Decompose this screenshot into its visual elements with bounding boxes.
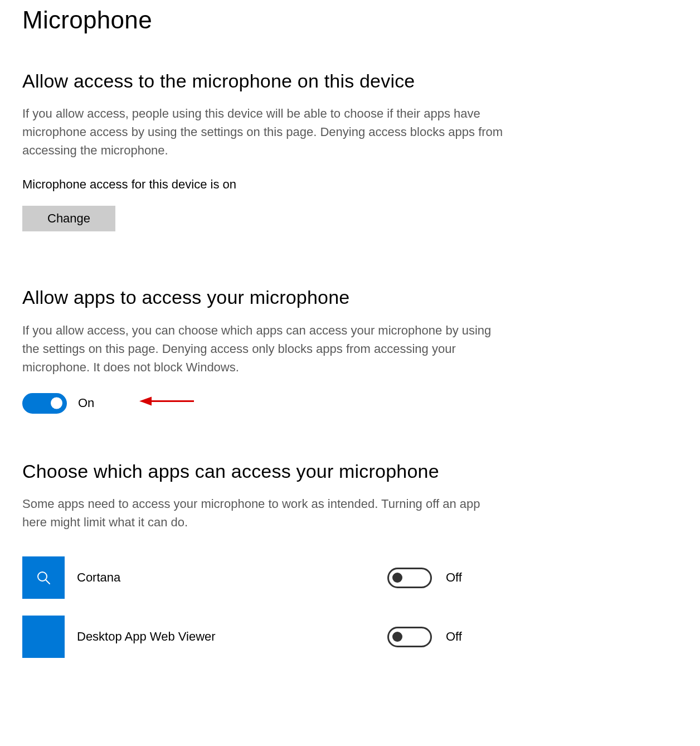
change-button[interactable]: Change — [22, 206, 115, 231]
apps-access-toggle-label: On — [78, 395, 94, 412]
toggle-knob — [392, 573, 402, 583]
svg-line-3 — [46, 580, 50, 584]
apps-access-toggle[interactable] — [22, 393, 67, 414]
app-row-desktop-web-viewer: Desktop App Web Viewer Off — [22, 607, 479, 666]
app-list: Cortana Off Desktop App Web Viewer Off — [22, 548, 479, 666]
cortana-toggle[interactable] — [387, 568, 432, 588]
svg-marker-1 — [139, 396, 152, 405]
section-heading-device-access: Allow access to the microphone on this d… — [22, 68, 678, 95]
arrow-icon — [139, 394, 195, 411]
desktop-app-web-viewer-toggle-label: Off — [446, 628, 479, 646]
cortana-icon — [22, 556, 65, 599]
section-desc-apps-access: If you allow access, you can choose whic… — [22, 321, 507, 376]
cortana-toggle-label: Off — [446, 569, 479, 587]
page-title: Microphone — [22, 3, 678, 37]
section-desc-choose-apps: Some apps need to access your microphone… — [22, 495, 507, 531]
section-heading-apps-access: Allow apps to access your microphone — [22, 284, 678, 311]
app-name-label: Cortana — [77, 569, 375, 587]
desktop-app-web-viewer-toggle[interactable] — [387, 627, 432, 647]
app-name-label: Desktop App Web Viewer — [77, 628, 375, 646]
device-access-status: Microphone access for this device is on — [22, 176, 678, 193]
section-heading-choose-apps: Choose which apps can access your microp… — [22, 458, 678, 485]
app-row-cortana: Cortana Off — [22, 548, 479, 607]
section-desc-device-access: If you allow access, people using this d… — [22, 104, 507, 159]
toggle-knob — [51, 398, 62, 409]
toggle-knob — [392, 632, 402, 642]
desktop-app-web-viewer-icon — [22, 616, 65, 658]
